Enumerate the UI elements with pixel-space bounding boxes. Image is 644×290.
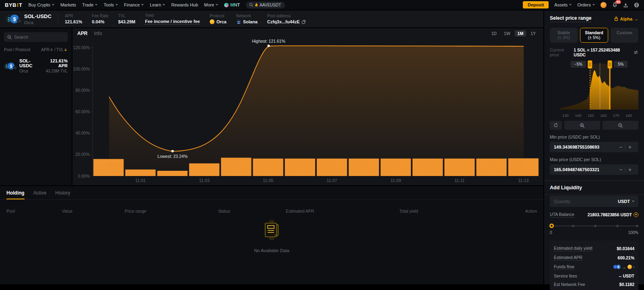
- nav-item-label: Tools: [103, 2, 114, 7]
- orders-label: Orders: [577, 2, 591, 7]
- positions-tab-holding[interactable]: Holding: [6, 190, 25, 199]
- quantity-field[interactable]: Quantity USDT: [550, 196, 638, 207]
- max-price-input[interactable]: 165.049487467503321: [554, 167, 616, 172]
- chevron-right-icon[interactable]: ›: [633, 265, 634, 269]
- pool-stats: APR121.61%Fee Rate0.04%TVL$43.29MYieldFe…: [65, 13, 306, 25]
- reset-icon: [553, 123, 558, 128]
- stat-text: Czfq3x...fu44zE: [267, 19, 300, 24]
- sort-apr-label[interactable]: APR: [41, 48, 50, 52]
- chart-tabs: APRInfo: [77, 31, 108, 36]
- right-range-handle[interactable]: [608, 60, 612, 68]
- avatar[interactable]: [601, 2, 607, 8]
- zoom-in-button[interactable]: [564, 121, 600, 130]
- currency-selector[interactable]: USDT: [618, 199, 630, 204]
- bybit-logo[interactable]: BYBIT: [5, 2, 23, 8]
- nav-item-label: More: [204, 2, 214, 7]
- funds-flow-icons: $→›: [613, 265, 634, 269]
- max-price-increase-button[interactable]: +: [625, 166, 634, 173]
- logo-right: T: [19, 2, 22, 8]
- reset-range-button[interactable]: [550, 121, 562, 130]
- max-price-decrease-button[interactable]: −: [616, 166, 625, 173]
- min-price-input[interactable]: 149.343698755108693: [554, 145, 616, 149]
- copy-icon[interactable]: [301, 20, 306, 24]
- svg-text:150: 150: [588, 113, 594, 118]
- mnt-icon: [224, 3, 229, 7]
- pool-protocol: Orca: [19, 69, 42, 73]
- nav-item-finance[interactable]: Finance: [124, 2, 144, 7]
- nav-item-rewards-hub[interactable]: Rewards Hub: [171, 2, 198, 7]
- sort-apr-icon[interactable]: [50, 48, 53, 51]
- svg-text:5%: 5%: [618, 62, 624, 66]
- chevron-down-icon: [163, 4, 165, 6]
- range-button-1m[interactable]: 1M: [515, 30, 526, 37]
- nav-item-more[interactable]: More: [204, 2, 218, 7]
- nav-item-trade[interactable]: Trade: [82, 2, 97, 7]
- nav-item-label: Learn: [150, 2, 161, 7]
- chevron-down-icon: [116, 4, 118, 6]
- no-data-icon: [261, 218, 282, 242]
- range-mode-stable[interactable]: Stable(± 3%): [550, 28, 578, 43]
- slider-max-label: 100%: [628, 230, 638, 235]
- min-price-decrease-button[interactable]: −: [616, 144, 625, 150]
- pool-search-input[interactable]: Search: [4, 32, 68, 42]
- svg-text:170: 170: [613, 113, 619, 118]
- nav-item-tools[interactable]: Tools: [103, 2, 118, 7]
- positions-tab-history[interactable]: History: [55, 190, 70, 199]
- nav-item-buy-crypto[interactable]: Buy Crypto: [29, 2, 54, 7]
- nav-item-label: Rewards Hub: [171, 2, 198, 7]
- select-price-range-title: Select price range: [550, 15, 591, 22]
- estimate-label: Funds flow: [554, 264, 574, 270]
- nav-right-group: Deposit Assets Orders 62: [523, 1, 639, 8]
- mnt-link[interactable]: MNT: [224, 2, 240, 7]
- nav-item-orders[interactable]: Orders: [577, 2, 595, 7]
- svg-text:11-09: 11-09: [390, 178, 401, 183]
- pool-list-item[interactable]: $ SOL-USDCOrca121.61% APR43.29M TVL: [4, 58, 68, 73]
- range-button-1d[interactable]: 1D: [488, 30, 499, 37]
- swap-icon[interactable]: [634, 50, 638, 54]
- estimate-value: $0.1182: [619, 282, 634, 287]
- alpha-link[interactable]: Alpha →: [614, 17, 638, 21]
- zoom-out-button[interactable]: [603, 121, 638, 130]
- range-mode-standard[interactable]: Standard(± 5%): [580, 28, 608, 43]
- chart-tab-info[interactable]: Info: [94, 31, 102, 36]
- slider-knob[interactable]: [549, 224, 554, 228]
- nav-search[interactable]: AAVEUSDT: [246, 2, 285, 8]
- liquidity-distribution-chart[interactable]: −5%5%130140150160170180: [550, 60, 638, 119]
- column-header-pool: Pool: [6, 209, 15, 213]
- protocol-mini-icon: [17, 19, 22, 23]
- svg-text:120.00%: 120.00%: [73, 45, 90, 50]
- sort-tvl-icon[interactable]: [64, 48, 67, 51]
- zoom-out-icon: [618, 123, 623, 128]
- nav-item-label: Trade: [82, 2, 93, 7]
- deposit-button[interactable]: Deposit: [523, 1, 549, 8]
- min-price-increase-button[interactable]: +: [625, 144, 634, 150]
- max-price-stepper: 165.049487467503321 − +: [550, 164, 638, 175]
- nav-item-assets[interactable]: Assets: [554, 2, 572, 7]
- column-header-total-yield: Total yield: [399, 209, 418, 213]
- nav-item-markets[interactable]: Markets: [60, 2, 76, 7]
- language-button[interactable]: [634, 2, 639, 8]
- estimate-label: Estimated APR: [554, 255, 582, 261]
- nav-item-learn[interactable]: Learn: [150, 2, 165, 7]
- stat-text: 121.61%: [65, 19, 82, 24]
- pool-header: $ SOL-USDC Orca APR121.61%Fee Rate0.04%T…: [0, 10, 543, 27]
- sort-tvl-label[interactable]: TVL: [56, 48, 64, 52]
- range-mode-custom[interactable]: Custom: [611, 28, 638, 43]
- min-price-stepper: 149.343698755108693 − +: [550, 142, 638, 152]
- range-chip-right: 5%: [614, 61, 627, 68]
- positions-tab-active[interactable]: Active: [33, 190, 47, 199]
- chevron-down-icon: [632, 201, 634, 202]
- chart-tab-apr[interactable]: APR: [77, 31, 87, 36]
- download-button[interactable]: [623, 2, 628, 8]
- usdc-coin-icon: $: [616, 265, 621, 269]
- column-header-status: Status: [218, 209, 230, 213]
- estimate-row-est-network-fee: Est Network Fee$0.1182: [554, 280, 634, 288]
- svg-text:80.00%: 80.00%: [75, 88, 90, 93]
- range-button-1y[interactable]: 1Y: [528, 30, 539, 37]
- range-button-1w[interactable]: 1W: [501, 30, 513, 37]
- column-header-action: Action: [525, 209, 537, 213]
- left-range-handle[interactable]: [588, 60, 592, 68]
- amount-slider[interactable]: [550, 223, 638, 229]
- notifications-button[interactable]: 62: [612, 2, 617, 8]
- add-funds-icon[interactable]: +: [634, 212, 638, 217]
